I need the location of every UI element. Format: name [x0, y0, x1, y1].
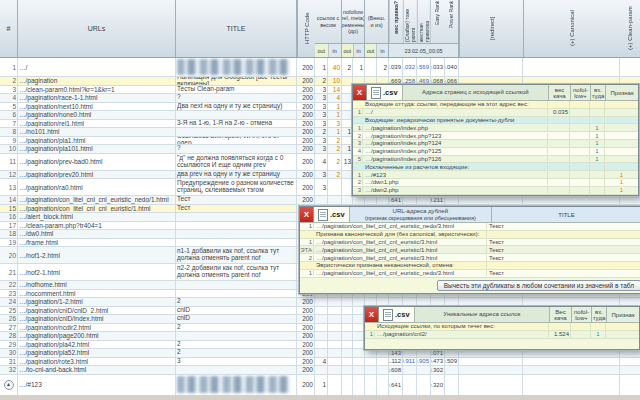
popup-row-url[interactable]: …/pagination/index.php?126 — [363, 156, 548, 162]
subtract-duplicates-button[interactable]: Вычесть эти дубликаты в любом сочетании … — [437, 280, 640, 291]
popup-row-url[interactable]: Входящие: иерархически принятые документ… — [363, 117, 548, 123]
table-row[interactable]: 32 …/to-cnl-and-back.html 200 0.608 0.30… — [0, 366, 640, 375]
popup-row-url[interactable]: …/pagination/con_litel_cnl_cnl_euristic_… — [314, 223, 487, 229]
column-group-nofollow[interactable]: nofollow (rel, meta), временные (др) out… — [342, 0, 365, 57]
csv-export-button[interactable]: .csv — [379, 307, 415, 322]
weight-col5-header[interactable]: Power Rank — [444, 0, 458, 43]
url-cell[interactable]: …/pagination/next10.html — [18, 103, 176, 111]
url-cell[interactable]: …/pagination/pla42.html — [18, 341, 176, 349]
popup-row-url[interactable]: …/pagination/con_litel_cnl_cnl_euristic/… — [314, 255, 487, 261]
url-cell[interactable]: …/pagination/con_litel_cnl_cnl_euristic/… — [18, 205, 176, 213]
url-cell[interactable]: …/pagination/rote3.html — [18, 358, 176, 366]
popup-row-url[interactable]: …/pagination/index.php?124 — [363, 140, 548, 146]
table-row[interactable]: 14 …/pagination/con_litel_cnl_cnl_eurist… — [0, 196, 640, 205]
popup-row-url[interactable]: …/#123 — [363, 172, 548, 178]
column-header-title[interactable]: TITLE — [176, 0, 297, 57]
url-cell[interactable]: …/clean-param0.html?kr=1&kr=1 — [18, 86, 176, 94]
row-marker-icon[interactable]: ▲ — [4, 380, 14, 390]
popup-list-item[interactable]: 4 …/pagination/index.php?125 1 — [353, 148, 638, 156]
column-header-cleanparam[interactable]: (+) Clean-param — [620, 0, 640, 57]
weight-col2-header[interactable]: (Слабая) тоже parent — [403, 0, 417, 43]
url-cell[interactable]: …/no101.html — [18, 128, 176, 136]
popup-list-item[interactable]: 2 …/dwn1.php 1 — [353, 179, 638, 187]
close-icon[interactable]: X — [365, 307, 379, 322]
csv-export-button[interactable]: .csv — [314, 207, 350, 222]
popup-row-url[interactable]: …/pagination/index.php?123 — [363, 133, 548, 139]
popup-row-url[interactable]: …/pagination/index.php — [363, 125, 548, 131]
popup-list-item[interactable]: 1 …/pagination/cnl2/ 1.524 1 — [365, 331, 639, 339]
table-row[interactable]: 30 …/pagination/pla52.html 2 200 4.143 2… — [0, 349, 640, 358]
close-icon[interactable]: X — [300, 207, 314, 222]
url-cell[interactable]: …/pagination/ra0.html — [18, 179, 176, 195]
popup-row-url[interactable]: …/pagination/con_litel_cnl_cnl_euristic/… — [314, 247, 487, 253]
url-cell[interactable]: …/nof2-1.html — [18, 264, 176, 280]
popup-list-item[interactable]: 3 …/dwn2.php 1 — [353, 187, 638, 195]
popup-row-url[interactable]: Эвристически признана неканонической, от… — [314, 262, 487, 268]
url-cell[interactable]: …/pagination/ncdir2.html — [18, 324, 176, 332]
url-cell[interactable]: …/ — [18, 58, 176, 76]
popup-list-item[interactable]: 1 …/pagination/con_litel_cnl_cnl_euristi… — [300, 239, 640, 247]
url-cell[interactable]: …/frame.html — [18, 239, 176, 247]
url-cell[interactable]: …/pagination/race-1-1.html — [18, 94, 176, 102]
subcol-out[interactable]: out — [315, 44, 329, 57]
popup-row-url[interactable]: …/pagination/index.php?125 — [363, 148, 548, 154]
url-cell[interactable]: …/pagination/cnlD/index.html — [18, 315, 176, 323]
url-cell[interactable]: …/pagination — [18, 77, 176, 85]
url-cell[interactable]: …/nof1-2.html — [18, 247, 176, 263]
table-row[interactable]: 31 …/pagination/rote3.html 3 200 4 1.112… — [0, 358, 640, 367]
popup-row-url[interactable]: …/pagination/cnl2/ — [375, 331, 549, 337]
popup-list-item[interactable]: 3 …/pagination/index.php?124 1 — [353, 140, 638, 148]
url-cell[interactable]: …/pagination/rel1.html — [18, 120, 176, 128]
popup-row-url[interactable]: Признана канонической для (без canonical… — [314, 231, 487, 237]
popup-list-item[interactable]: 2 …/pagination/con_litel_cnl_cnl_euristi… — [300, 254, 640, 262]
subcol-in[interactable]: in — [354, 44, 365, 57]
subcol-in[interactable]: in — [329, 44, 342, 57]
column-header-canonical[interactable]: (+) Canonical — [523, 0, 620, 57]
url-cell[interactable]: …/pagination/pla101.html — [18, 145, 176, 153]
weight-main-header[interactable]: вес правка? — [389, 0, 403, 43]
url-cell[interactable]: …/#123 — [18, 375, 176, 395]
url-cell[interactable]: …/to-cnl-and-back.html — [18, 366, 176, 374]
weight-col4-header[interactable]: Easy Rank — [430, 0, 444, 43]
url-cell[interactable]: …/nocomment.html — [18, 290, 176, 298]
popup-row-url[interactable]: …/ — [363, 109, 548, 115]
subcol-in[interactable]: in — [377, 44, 388, 57]
url-cell[interactable]: …/pagination/con_litel_cnl_cnl_euristic_… — [18, 196, 176, 204]
popup-list-item[interactable]: ЭТА …/pagination/con_litel_cnl_cnl_euris… — [300, 246, 640, 254]
popup-row-url[interactable]: …/dwn2.php — [363, 187, 548, 193]
url-cell[interactable]: …/pagination/pla1.html — [18, 137, 176, 145]
popup-row-url[interactable]: …/pagination/con_litel_cnl_cnl_euristic_… — [314, 270, 487, 276]
url-cell[interactable]: …/pagination/pla52.html — [18, 349, 176, 357]
subcol-out[interactable]: out — [342, 44, 354, 57]
popup-list-item[interactable]: 5 …/pagination/index.php?126 1 — [353, 156, 638, 164]
column-group-weights[interactable]: вес правка? (Слабая) тоже parent жесткая… — [389, 0, 459, 57]
csv-export-button[interactable]: .csv — [367, 85, 403, 100]
close-icon[interactable]: X — [353, 85, 367, 100]
popup-list-item[interactable]: 1 …/pagination/con_litel_cnl_cnl_euristi… — [300, 223, 640, 231]
popup-list-item[interactable]: 1 …/ 0.035 — [353, 109, 638, 117]
table-row[interactable]: ▲ …/#123 200 1 0.641 0.320 — [0, 375, 640, 396]
column-group-links-weight[interactable]: ссылок с весом outin — [315, 0, 342, 57]
popup-row-url[interactable]: Входящие оттуда: ссылки, передающие на э… — [363, 101, 548, 107]
url-cell[interactable]: …/pagination/prev20.html — [18, 171, 176, 179]
column-header-urls[interactable]: URLs — [18, 0, 176, 57]
popup-row-url[interactable]: …/dwn1.php — [363, 179, 548, 185]
subcol-out[interactable]: out — [365, 44, 377, 57]
popup-list-item[interactable]: 1 …/pagination/index.php 1 — [353, 124, 638, 132]
popup-row-url[interactable]: …/pagination/con_litel_cnl_cnl_euristic/… — [314, 239, 487, 245]
column-group-external[interactable]: (Внеш. и из) outin — [365, 0, 389, 57]
column-header-redirect[interactable]: [redirect] — [459, 0, 523, 57]
url-cell[interactable]: …/dw0.html — [18, 230, 176, 238]
table-row[interactable]: 1 …/ 200 1 40 2 1 2 2.039 1.032 0.569 0.… — [0, 58, 640, 77]
url-cell[interactable]: …/pagination/prev-bad0.html — [18, 154, 176, 170]
weight-col3-header[interactable]: жесткая привязка — [417, 0, 431, 43]
url-cell[interactable]: …/alert_block.html — [18, 213, 176, 221]
url-cell[interactable]: …/pagination/none0.html — [18, 111, 176, 119]
url-cell[interactable]: …/clean-param.php?tr404=1 — [18, 222, 176, 230]
popup-row-url[interactable]: Исходящие ссылки, по которым течет вес: — [375, 323, 549, 329]
url-cell[interactable]: …/pagination/page200.html — [18, 332, 176, 340]
url-cell[interactable]: …/nofhome.html — [18, 281, 176, 289]
column-header-number[interactable]: # — [0, 0, 18, 57]
column-header-http-code[interactable]: HTTP Code — [297, 0, 315, 57]
popup-list-item[interactable]: 1 …/#123 1 — [353, 171, 638, 179]
